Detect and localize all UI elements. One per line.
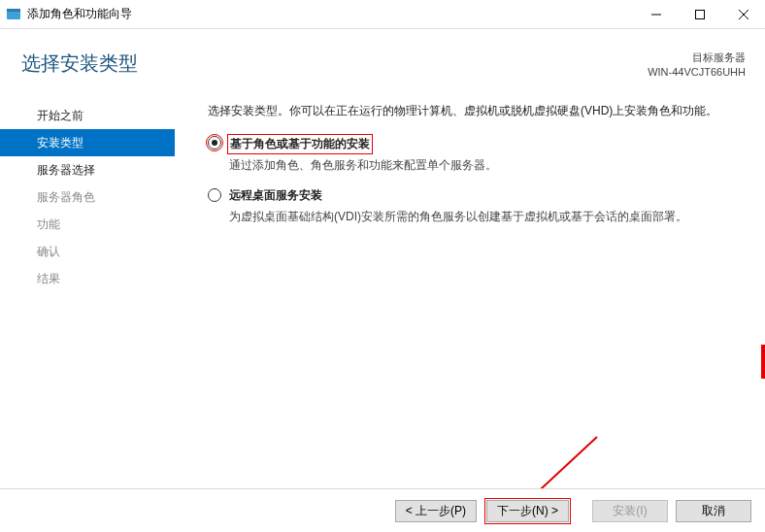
step-before-you-begin[interactable]: 开始之前 [0,102,175,129]
option-desc: 为虚拟桌面基础结构(VDI)安装所需的角色服务以创建基于虚拟机或基于会话的桌面部… [229,208,742,226]
option-body: 基于角色或基于功能的安装 通过添加角色、角色服务和功能来配置单个服务器。 [229,134,742,175]
svg-rect-1 [7,9,20,12]
wizard-body: 开始之前 安装类型 服务器选择 服务器角色 功能 确认 结果 选择安装类型。你可… [0,88,765,489]
option-title: 基于角色或基于功能的安装 [227,134,373,154]
cancel-button[interactable]: 取消 [676,500,751,522]
app-icon [6,7,21,22]
titlebar: 添加角色和功能向导 [0,0,765,29]
radio-icon[interactable] [208,188,221,202]
footer: < 上一步(P) 下一步(N) > 安装(I) 取消 [0,488,765,532]
option-remote-desktop[interactable]: 远程桌面服务安装 为虚拟桌面基础结构(VDI)安装所需的角色服务以创建基于虚拟机… [208,186,742,225]
next-button-highlight: 下一步(N) > [484,498,571,524]
step-results: 结果 [0,265,175,292]
minimize-button[interactable] [634,0,678,29]
target-server-info: 目标服务器 WIN-44VCJT66UHH [648,50,746,81]
wizard-steps: 开始之前 安装类型 服务器选择 服务器角色 功能 确认 结果 [0,88,175,489]
step-features: 功能 [0,211,175,238]
next-button[interactable]: 下一步(N) > [486,500,569,522]
header: 选择安装类型 目标服务器 WIN-44VCJT66UHH [0,29,765,88]
maximize-button[interactable] [678,0,721,29]
install-button: 安装(I) [592,500,668,522]
window-title: 添加角色和功能向导 [27,6,132,22]
red-side-marker [761,345,765,379]
radio-icon[interactable] [208,136,221,150]
option-body: 远程桌面服务安装 为虚拟桌面基础结构(VDI)安装所需的角色服务以创建基于虚拟机… [229,186,742,225]
step-installation-type[interactable]: 安装类型 [0,129,175,156]
page-title: 选择安装类型 [21,50,648,77]
option-title: 远程桌面服务安装 [229,186,322,205]
step-confirmation: 确认 [0,238,175,265]
option-desc: 通过添加角色、角色服务和功能来配置单个服务器。 [229,156,742,175]
content: 选择安装类型。你可以在正在运行的物理计算机、虚拟机或脱机虚拟硬盘(VHD)上安装… [175,88,765,489]
previous-button[interactable]: < 上一步(P) [395,500,477,522]
option-role-based[interactable]: 基于角色或基于功能的安装 通过添加角色、角色服务和功能来配置单个服务器。 [208,134,742,175]
target-server-label: 目标服务器 [648,50,746,65]
window-buttons [634,0,765,29]
intro-text: 选择安装类型。你可以在正在运行的物理计算机、虚拟机或脱机虚拟硬盘(VHD)上安装… [208,102,742,120]
close-button[interactable] [721,0,765,29]
step-server-roles: 服务器角色 [0,183,175,211]
step-server-selection[interactable]: 服务器选择 [0,156,175,183]
target-server-value: WIN-44VCJT66UHH [648,65,746,80]
svg-rect-3 [695,10,704,18]
